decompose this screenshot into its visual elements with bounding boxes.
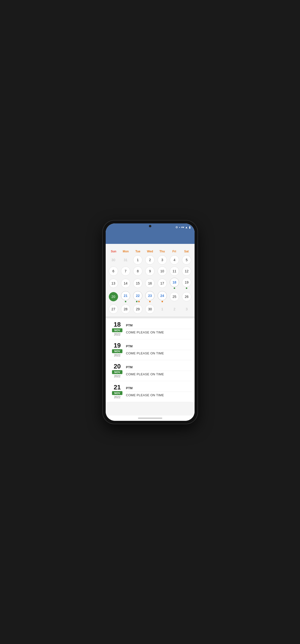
calendar-day[interactable]: 23 — [144, 290, 156, 303]
day-number: 21 — [121, 291, 130, 300]
calendar-day[interactable]: 16 — [144, 277, 156, 290]
day-number: 1 — [133, 255, 142, 264]
home-bar — [138, 418, 162, 418]
calendar-day[interactable]: 1 — [132, 254, 144, 265]
event-date: 21 NOV 2022 — [109, 384, 126, 399]
event-dots — [174, 288, 175, 289]
calendar-day[interactable]: 7 — [120, 266, 132, 276]
day-number: 4 — [170, 255, 179, 264]
event-content: PTM COME PLEASE ON TIME — [126, 342, 192, 357]
day-number: 22 — [133, 291, 142, 300]
calendar-day[interactable]: 2 — [168, 304, 180, 314]
calendar-day[interactable]: 22 — [132, 290, 144, 303]
event-title: PTM — [126, 324, 133, 327]
event-content: PTM COME PLEASE ON TIME — [126, 321, 192, 336]
event-card[interactable]: 20 NOV 2022 PTM COME PLEASE ON TIME — [109, 360, 192, 381]
calendar-day[interactable]: 2 — [144, 254, 156, 265]
calendar-day[interactable]: 24 — [156, 290, 168, 303]
day-number: 9 — [145, 266, 154, 276]
calendar-day[interactable]: 8 — [132, 266, 144, 276]
day-number: 19 — [182, 278, 191, 287]
calendar-day[interactable]: 6 — [108, 266, 119, 276]
event-year: 2022 — [114, 374, 121, 378]
calendar-day[interactable]: 12 — [181, 266, 192, 276]
day-number: 6 — [109, 266, 118, 276]
calendar-day[interactable]: 9 — [144, 266, 156, 276]
event-dot — [136, 301, 138, 302]
day-number: 27 — [109, 304, 118, 314]
calendar-day[interactable]: 20 — [108, 290, 119, 303]
calendar-day[interactable]: 27 — [108, 304, 119, 314]
calendar-day[interactable]: 19 — [181, 277, 192, 290]
calendar-day[interactable]: 5 — [181, 254, 192, 265]
day-number: 7 — [121, 266, 130, 276]
day-number: 2 — [170, 304, 179, 314]
event-year: 2022 — [114, 354, 121, 357]
event-date: 18 NOV 2022 — [109, 321, 126, 336]
calendar-day[interactable]: 26 — [181, 290, 192, 303]
calendar-day[interactable]: 14 — [120, 277, 132, 290]
event-description: COME PLEASE ON TIME — [126, 352, 192, 355]
day-number: 10 — [158, 266, 167, 276]
calendar-day[interactable]: 3 — [156, 254, 168, 265]
day-number: 8 — [133, 266, 142, 276]
main-content: Sun Mon Tue Wed Thu Fri Sat 303112345678… — [106, 244, 195, 416]
day-number: 29 — [133, 304, 142, 314]
day-number: 2 — [145, 255, 154, 264]
day-number: 17 — [158, 279, 167, 288]
day-number: 24 — [158, 291, 167, 300]
calendar-day[interactable]: 31 — [120, 254, 132, 265]
event-description: COME PLEASE ON TIME — [126, 393, 192, 397]
day-number: 18 — [170, 278, 179, 287]
day-header-tue: Tue — [132, 249, 144, 254]
section-divider — [106, 316, 195, 318]
signal-icon: ▲ — [185, 226, 188, 229]
calendar-day[interactable]: 30 — [144, 304, 156, 314]
event-title: PTM — [126, 386, 133, 390]
event-day-number: 18 — [114, 321, 121, 328]
day-number: 11 — [170, 266, 179, 276]
event-card[interactable]: 18 NOV 2022 PTM COME PLEASE ON TIME — [109, 318, 192, 339]
calendar-day[interactable]: 17 — [156, 277, 168, 290]
event-dots — [161, 301, 163, 302]
calendar-day[interactable]: 25 — [168, 290, 180, 303]
event-year: 2022 — [114, 333, 121, 336]
calendar-day[interactable]: 4 — [168, 254, 180, 265]
event-day-number: 19 — [114, 342, 121, 348]
event-dots — [186, 288, 187, 289]
status-icons: ⚙ ▪ ▾▾ ▲ ▮ — [175, 226, 190, 229]
event-month-badge: NOV — [112, 349, 123, 353]
calendar-day[interactable]: 3 — [181, 304, 192, 314]
event-description: COME PLEASE ON TIME — [126, 330, 192, 334]
battery-icon: ▮ — [189, 226, 191, 229]
event-card[interactable]: 21 NOV 2022 PTM COME PLEASE ON TIME — [109, 381, 192, 402]
event-dot — [149, 301, 150, 302]
calendar-day[interactable]: 30 — [108, 254, 119, 265]
day-number: 15 — [133, 279, 142, 288]
calendar-day[interactable]: 1 — [156, 304, 168, 314]
day-header-sat: Sat — [180, 249, 193, 254]
event-month-badge: NOV — [112, 391, 123, 395]
calendar-day[interactable]: 10 — [156, 266, 168, 276]
calendar-day[interactable]: 13 — [108, 277, 119, 290]
event-month-badge: NOV — [112, 328, 123, 332]
calendar-day[interactable]: 29 — [132, 304, 144, 314]
event-description: COME PLEASE ON TIME — [126, 372, 192, 376]
day-number: 14 — [121, 279, 130, 288]
day-number: 31 — [121, 255, 130, 264]
calendar-day[interactable]: 11 — [168, 266, 180, 276]
calendar-day[interactable]: 28 — [120, 304, 132, 314]
event-dots — [125, 301, 126, 302]
day-number: 1 — [158, 304, 167, 314]
screen-icon: ▪ — [179, 226, 180, 229]
event-title: PTM — [126, 344, 133, 348]
day-number: 13 — [109, 279, 118, 288]
day-header-mon: Mon — [120, 249, 132, 254]
calendar-day[interactable]: 18 — [168, 277, 180, 290]
calendar-day[interactable]: 21 — [120, 290, 132, 303]
calendar-day[interactable]: 15 — [132, 277, 144, 290]
event-card[interactable]: 19 NOV 2022 PTM COME PLEASE ON TIME — [109, 339, 192, 360]
event-dot — [186, 288, 187, 289]
day-number: 25 — [170, 292, 179, 301]
event-date: 19 NOV 2022 — [109, 342, 126, 357]
